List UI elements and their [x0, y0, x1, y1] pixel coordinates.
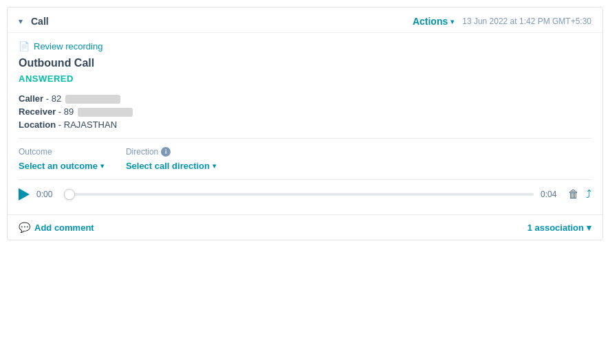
- receiver-dash: -: [58, 106, 64, 117]
- actions-button[interactable]: Actions ▾: [413, 16, 454, 27]
- card-body: 📄 Review recording Outbound Call ANSWERE…: [8, 33, 602, 214]
- review-recording-label: Review recording: [34, 41, 102, 52]
- association-button[interactable]: 1 association ▾: [527, 223, 591, 233]
- location-value: RAJASTHAN: [64, 120, 117, 130]
- scrubber-handle[interactable]: [64, 189, 75, 200]
- receiver-row: Receiver - 89: [19, 106, 591, 117]
- divider-2: [19, 179, 591, 180]
- outcome-select-label: Select an outcome: [19, 161, 98, 171]
- review-recording-link[interactable]: 📄 Review recording: [19, 41, 591, 52]
- play-button[interactable]: [19, 188, 30, 201]
- direction-select[interactable]: Select call direction ▾: [126, 161, 216, 171]
- header-left: ▾ Call: [19, 16, 49, 27]
- location-label: Location: [19, 120, 56, 130]
- receiver-value: 89: [64, 106, 74, 117]
- play-icon: [19, 188, 30, 201]
- association-label: 1 association: [527, 223, 584, 233]
- caller-redacted: [65, 95, 120, 104]
- outcome-direction-row: Outcome Select an outcome ▾ Direction i …: [19, 147, 591, 171]
- header-right: Actions ▾ 13 Jun 2022 at 1:42 PM GMT+5:3…: [413, 16, 591, 27]
- add-comment-link[interactable]: 💬 Add comment: [19, 222, 94, 233]
- audio-current-time: 0:00: [36, 190, 57, 199]
- call-details: Caller - 82 Receiver - 89 Location - RAJ…: [19, 93, 591, 130]
- comment-icon: 💬: [19, 222, 30, 233]
- card-footer: 💬 Add comment 1 association ▾: [8, 214, 602, 240]
- open-external-icon[interactable]: ⤴: [586, 188, 591, 201]
- outcome-group: Outcome Select an outcome ▾: [19, 147, 104, 171]
- audio-actions: 🗑 ⤴: [568, 188, 591, 201]
- location-dash: -: [58, 120, 64, 130]
- call-type: Outbound Call: [19, 57, 591, 69]
- direction-group: Direction i Select call direction ▾: [126, 147, 216, 171]
- direction-select-label: Select call direction: [126, 161, 210, 171]
- receiver-redacted: [78, 108, 133, 117]
- caller-label: Caller: [19, 93, 43, 104]
- direction-label: Direction i: [126, 147, 216, 157]
- caller-dash: -: [46, 93, 52, 104]
- collapse-icon[interactable]: ▾: [19, 16, 23, 26]
- card-title: Call: [31, 16, 49, 27]
- audio-scrubber[interactable]: [64, 193, 534, 196]
- audio-player: 0:00 0:04 🗑 ⤴: [19, 188, 591, 201]
- card-header: ▾ Call Actions ▾ 13 Jun 2022 at 1:42 PM …: [8, 8, 602, 33]
- caller-value: 82: [52, 93, 61, 104]
- caller-row: Caller - 82: [19, 93, 591, 104]
- actions-caret-icon: ▾: [450, 18, 454, 25]
- recording-icon: 📄: [19, 41, 30, 52]
- outcome-label: Outcome: [19, 147, 104, 157]
- direction-caret-icon: ▾: [213, 162, 216, 170]
- divider-1: [19, 138, 591, 139]
- association-caret-icon: ▾: [587, 223, 591, 233]
- call-card: ▾ Call Actions ▾ 13 Jun 2022 at 1:42 PM …: [7, 7, 603, 240]
- receiver-label: Receiver: [19, 106, 56, 117]
- audio-total-time: 0:04: [541, 190, 561, 199]
- timestamp: 13 Jun 2022 at 1:42 PM GMT+5:30: [462, 16, 591, 26]
- delete-recording-icon[interactable]: 🗑: [568, 188, 579, 201]
- outcome-select[interactable]: Select an outcome ▾: [19, 161, 104, 171]
- add-comment-label: Add comment: [34, 223, 94, 233]
- outcome-caret-icon: ▾: [100, 162, 104, 170]
- location-row: Location - RAJASTHAN: [19, 120, 591, 130]
- call-status: ANSWERED: [19, 73, 591, 84]
- direction-info-icon[interactable]: i: [161, 147, 171, 157]
- actions-label: Actions: [413, 16, 448, 27]
